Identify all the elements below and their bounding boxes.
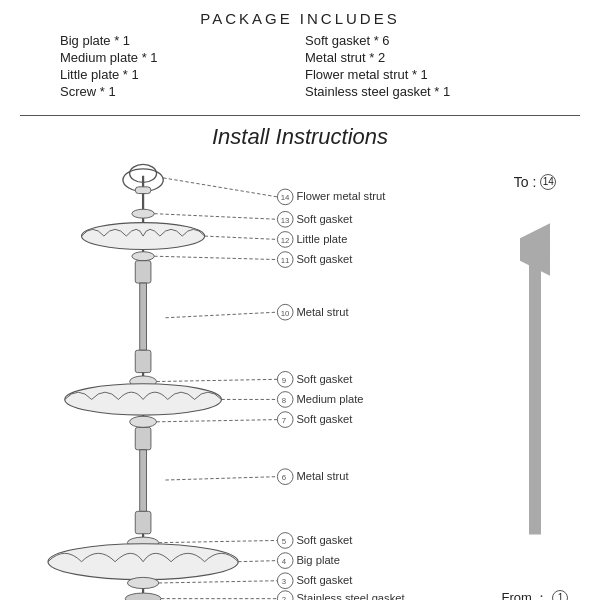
svg-text:13: 13 [281, 216, 290, 225]
svg-text:10: 10 [281, 309, 290, 318]
svg-text:Metal strut: Metal strut [296, 470, 349, 482]
svg-rect-45 [135, 427, 151, 449]
svg-text:2: 2 [282, 595, 286, 600]
svg-text:Soft gasket: Soft gasket [296, 534, 353, 546]
page: PACKAGE INCLUDES Big plate * 1 Soft gask… [0, 0, 600, 600]
package-item: Screw * 1 [60, 84, 295, 99]
svg-line-3 [163, 178, 277, 197]
svg-line-25 [165, 312, 277, 318]
package-item: Big plate * 1 [60, 33, 295, 48]
package-item: Stainless steel gasket * 1 [305, 84, 540, 99]
svg-line-63 [159, 581, 278, 583]
svg-rect-23 [135, 261, 151, 283]
package-item: Medium plate * 1 [60, 50, 295, 65]
part-6: 6 Metal strut [140, 450, 350, 512]
diagram-area: 14 Flower metal strut 13 Soft gasket [20, 154, 580, 600]
from-label-group: From ： 1 [502, 589, 569, 600]
svg-point-67 [125, 593, 161, 600]
svg-line-9 [154, 214, 277, 220]
from-num: 1 [552, 590, 568, 600]
svg-text:Medium plate: Medium plate [296, 393, 363, 405]
svg-rect-46 [140, 450, 147, 512]
parts-diagram: 14 Flower metal strut 13 Soft gasket [20, 154, 490, 600]
svg-text:12: 12 [281, 236, 290, 245]
svg-point-40 [130, 416, 157, 427]
svg-point-18 [132, 252, 154, 261]
svg-text:Metal strut: Metal strut [296, 306, 349, 318]
svg-text:Soft gasket: Soft gasket [296, 213, 353, 225]
svg-rect-24 [140, 283, 147, 350]
svg-text:11: 11 [281, 256, 290, 265]
part-12: 12 Little plate [82, 223, 348, 250]
svg-point-8 [132, 209, 154, 218]
part-8: 8 Medium plate [65, 384, 364, 415]
to-label-group: To : 14 [514, 174, 557, 190]
diagram-svg: 14 Flower metal strut 13 Soft gasket [20, 154, 490, 600]
package-item: Soft gasket * 6 [305, 33, 540, 48]
svg-line-53 [159, 540, 278, 542]
from-text: From ： [502, 589, 549, 600]
package-section: PACKAGE INCLUDES Big plate * 1 Soft gask… [20, 10, 580, 105]
svg-line-19 [154, 256, 277, 259]
arrow-container [520, 190, 550, 589]
arrow-section: To : 14 From ： 1 [490, 154, 580, 600]
package-title: PACKAGE INCLUDES [20, 10, 580, 27]
svg-rect-51 [135, 511, 151, 533]
divider [20, 115, 580, 116]
svg-text:Soft gasket: Soft gasket [296, 574, 353, 586]
to-text: To : [514, 174, 537, 190]
svg-line-31 [157, 379, 278, 381]
svg-text:Little plate: Little plate [296, 233, 347, 245]
package-grid: Big plate * 1 Soft gasket * 6 Medium pla… [20, 33, 580, 99]
arrow-svg [520, 198, 550, 581]
svg-text:Soft gasket: Soft gasket [296, 373, 353, 385]
svg-text:5: 5 [282, 537, 287, 546]
svg-text:14: 14 [281, 193, 290, 202]
svg-text:Soft gasket: Soft gasket [296, 413, 353, 425]
svg-rect-29 [135, 350, 151, 372]
svg-text:7: 7 [282, 416, 286, 425]
package-item: Metal strut * 2 [305, 50, 540, 65]
svg-text:Soft gasket: Soft gasket [296, 253, 353, 265]
part-10: 10 Metal strut [140, 283, 350, 350]
svg-text:Big plate: Big plate [296, 554, 340, 566]
svg-text:6: 6 [282, 473, 287, 482]
package-item: Flower metal strut * 1 [305, 67, 540, 82]
install-title: Install Instructions [20, 124, 580, 150]
package-item: Little plate * 1 [60, 67, 295, 82]
svg-point-62 [127, 577, 158, 588]
svg-line-47 [165, 477, 277, 480]
svg-text:8: 8 [282, 396, 287, 405]
svg-text:9: 9 [282, 376, 286, 385]
svg-line-41 [157, 420, 278, 422]
svg-text:Flower metal strut: Flower metal strut [296, 190, 386, 202]
svg-line-14 [205, 236, 278, 239]
part-14: 14 Flower metal strut [123, 164, 386, 204]
to-num: 14 [540, 174, 556, 190]
svg-text:Stainless steel gasket: Stainless steel gasket [296, 592, 405, 600]
svg-text:4: 4 [282, 557, 287, 566]
part-11: 11 Soft gasket [132, 252, 353, 268]
svg-text:3: 3 [282, 577, 287, 586]
svg-rect-7 [135, 187, 151, 194]
part-2: 2 Stainless steel gasket [125, 591, 405, 600]
svg-line-58 [238, 561, 277, 562]
